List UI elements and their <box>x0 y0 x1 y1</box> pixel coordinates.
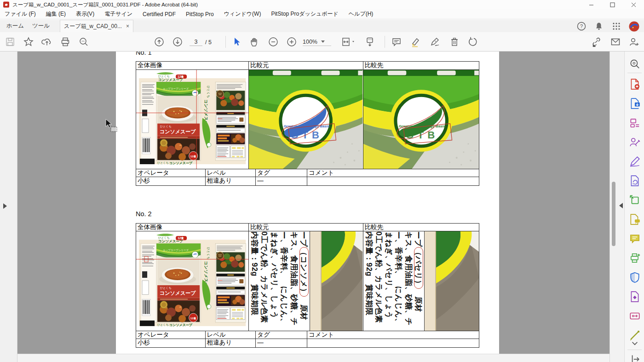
package-fold-strip <box>424 231 436 331</box>
prepare-form-icon[interactable] <box>629 310 641 322</box>
ingredient-line: ー、香辛料、 にんじん、 <box>279 231 289 330</box>
menu-pitstop-dashboard[interactable]: PitStop Proダッシュボード <box>271 10 338 18</box>
fill-sign-icon[interactable] <box>629 155 641 167</box>
meta-header-operator: オペレータ <box>136 169 206 177</box>
acrobat-app-icon <box>3 1 10 8</box>
tab-bar: ホーム ツール スープ箱_w_CAD_00... × ? <box>0 20 644 32</box>
menu-view[interactable]: 表示(V) <box>76 10 94 18</box>
star-icon[interactable] <box>23 36 34 47</box>
expand-pane-icon[interactable] <box>629 353 641 362</box>
print-icon[interactable] <box>60 36 71 47</box>
comment-icon[interactable] <box>391 36 402 47</box>
tab-home[interactable]: ホーム <box>6 20 24 32</box>
zoom-out-icon[interactable] <box>268 36 279 47</box>
ingredient-line: キス、食用油脂、砂糖、チ <box>403 231 413 330</box>
meta-value-operator: 小杉 <box>136 177 206 185</box>
rotate-icon[interactable] <box>467 36 478 47</box>
user-avatar[interactable] <box>629 21 639 32</box>
share-cloud-icon[interactable] <box>41 36 52 47</box>
highlight-icon[interactable] <box>410 36 421 47</box>
protect-icon[interactable] <box>629 271 641 283</box>
organize-pages-icon[interactable] <box>629 117 641 129</box>
ingredient-line: 0工でん粉、カラメル色素 <box>374 231 384 330</box>
svg-text:?: ? <box>580 23 583 29</box>
pdf-page: No. 1 全体画像 比較元 比較先 オペレータ レベル <box>116 52 499 354</box>
ingredient-line: 内容量：92g 賞味期限 <box>250 231 259 330</box>
select-tool-icon[interactable] <box>231 36 242 47</box>
expand-left-panel-icon[interactable] <box>3 203 7 209</box>
share-link-icon[interactable] <box>591 36 602 47</box>
ingredient-line: ー、香辛料、 にんじん、 <box>393 231 403 330</box>
tab-tools[interactable]: ツール <box>32 20 50 32</box>
scrolling-mode-icon[interactable] <box>364 36 375 47</box>
ingredient-line: 0工でん粉、カラメル色素 <box>259 231 269 330</box>
meta-value-comment <box>307 177 479 185</box>
collapse-right-pane-icon[interactable] <box>619 203 623 208</box>
next-page-icon[interactable] <box>172 36 183 47</box>
export-pdf-icon[interactable] <box>629 98 641 109</box>
annotation-circle: （コンソメ） <box>299 247 309 297</box>
col-header-whole-image: 全体画像 <box>136 224 249 231</box>
compress-pdf-icon[interactable] <box>629 291 641 303</box>
notifications-bell-icon[interactable] <box>594 21 604 31</box>
email-icon[interactable] <box>610 36 621 47</box>
meta-header-comment: コメント <box>307 331 479 339</box>
maximize-button[interactable] <box>602 0 623 9</box>
menu-certified-pdf[interactable]: Certified PDF <box>143 11 176 17</box>
mouse-cursor <box>105 119 119 133</box>
section-1-whole-image <box>136 70 249 169</box>
crop-pages-icon[interactable] <box>629 194 641 206</box>
menu-file[interactable]: ファイル (F) <box>5 10 36 18</box>
previous-page-icon[interactable] <box>154 36 165 47</box>
meta-value-tag: — <box>256 177 307 185</box>
title-bar: スープ箱_w_CAD_0001_スープ箱誤_0001_0031.PDF - Ad… <box>0 0 644 9</box>
fit-width-icon[interactable] <box>340 36 356 47</box>
section-2-target-crop: ープ（パセリ） 原材 キス、食用油脂、砂糖、チ ー、香辛料、 にんじん、 まねぎ… <box>363 231 479 331</box>
meta-header-comment: コメント <box>307 169 479 177</box>
col-header-compare-target: 比較先 <box>363 62 479 69</box>
zoom-level-select[interactable]: 100% <box>303 38 331 46</box>
minimize-button[interactable] <box>581 0 602 9</box>
tab-document[interactable]: スープ箱_w_CAD_00... × <box>60 20 133 32</box>
horizontal-scrollbar[interactable] <box>17 354 610 362</box>
meta-header-level: レベル <box>206 169 256 177</box>
send-for-review-icon[interactable] <box>629 175 641 187</box>
more-tools-chevron-icon[interactable] <box>629 340 641 347</box>
menu-help[interactable]: ヘルプ(H) <box>349 10 374 18</box>
acrobat-window: { "titlebar": { "title": "スープ箱_w_CAD_000… <box>0 0 644 362</box>
request-signatures-icon[interactable] <box>629 136 641 148</box>
scrollbar-thumb[interactable] <box>612 182 615 246</box>
meta-value-level: 相違あり <box>206 339 256 347</box>
tab-close-icon[interactable]: × <box>126 23 129 29</box>
search-icon[interactable] <box>78 36 89 47</box>
page-total: / 5 <box>205 39 212 46</box>
meta-value-comment <box>307 339 479 347</box>
measure-icon[interactable] <box>629 329 641 341</box>
comment-tool-icon[interactable] <box>629 233 641 245</box>
menu-esign[interactable]: 電子サイン <box>104 10 132 18</box>
page-number-input[interactable] <box>190 38 202 46</box>
add-user-icon[interactable] <box>628 36 639 47</box>
section-1-source-crop <box>249 70 363 169</box>
search-tools-icon[interactable] <box>629 58 641 70</box>
comparison-table-2: 全体画像 比較元 比較先 ープ（コンソメ） 原材 キス、食用油脂、砂糖、チ <box>136 223 479 348</box>
comparison-table-1: 全体画像 比較元 比較先 オペレータ レベル タグ コメント <box>136 61 479 186</box>
menu-window[interactable]: ウィンドウ(W) <box>224 10 261 18</box>
sign-icon[interactable] <box>430 36 441 47</box>
tools-sidebar <box>624 52 644 362</box>
save-icon[interactable] <box>5 36 16 47</box>
menu-pitstop-pro[interactable]: PitStop Pro <box>186 11 214 17</box>
review-file-icon[interactable] <box>629 213 641 225</box>
zoom-in-icon[interactable] <box>286 36 297 47</box>
menu-edit[interactable]: 編集 (E) <box>46 10 66 18</box>
delete-icon[interactable] <box>449 36 460 47</box>
hand-tool-icon[interactable] <box>249 36 260 47</box>
help-icon[interactable]: ? <box>576 21 586 31</box>
app-grid-icon[interactable] <box>611 21 621 31</box>
section-1-target-crop <box>363 70 479 169</box>
close-button[interactable] <box>623 0 644 9</box>
scan-ocr-icon[interactable] <box>629 252 641 264</box>
create-pdf-icon[interactable] <box>629 78 641 90</box>
window-title: スープ箱_w_CAD_0001_スープ箱誤_0001_0031.PDF - Ad… <box>12 1 198 8</box>
meta-value-level: 相違あり <box>206 177 256 185</box>
